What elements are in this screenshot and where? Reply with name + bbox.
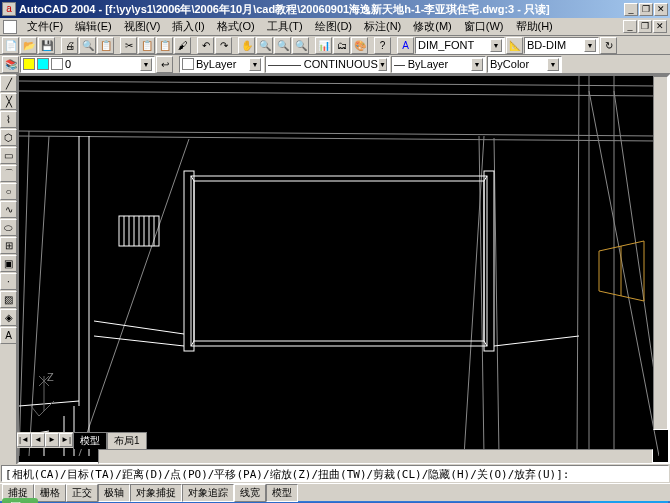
layer-props-button[interactable]: 📚 [2, 56, 19, 73]
layer-freeze-icon [37, 58, 49, 70]
svg-line-0 [19, 131, 659, 136]
svg-line-25 [494, 336, 579, 346]
save-button[interactable]: 💾 [38, 37, 55, 54]
menu-insert[interactable]: 插入(I) [166, 18, 210, 35]
close-button[interactable]: ✕ [654, 3, 668, 16]
text-tool[interactable]: A [0, 327, 17, 344]
layer-dropdown[interactable]: 0▼ [20, 56, 155, 73]
pan-button[interactable]: ✋ [238, 37, 255, 54]
svg-line-11 [19, 81, 659, 86]
svg-rect-21 [184, 171, 194, 351]
block-tool[interactable]: ▣ [0, 255, 17, 272]
insert-tool[interactable]: ⊞ [0, 237, 17, 254]
color-dropdown[interactable]: ByLayer▼ [179, 56, 264, 73]
menu-help[interactable]: 帮助(H) [510, 18, 559, 35]
horizontal-scrollbar[interactable] [98, 449, 653, 464]
layer-light-icon [23, 58, 35, 70]
circle-tool[interactable]: ○ [0, 183, 17, 200]
rect-tool[interactable]: ▭ [0, 147, 17, 164]
osnap-toggle[interactable]: 对象捕捉 [130, 484, 182, 502]
point-tool[interactable]: · [0, 273, 17, 290]
layer-lock-icon [51, 58, 63, 70]
polar-toggle[interactable]: 极轴 [98, 484, 130, 502]
publish-button[interactable]: 📋 [97, 37, 114, 54]
line-tool[interactable]: ╱ [0, 75, 17, 92]
plotstyle-dropdown[interactable]: ByColor▼ [487, 56, 562, 73]
vertical-scrollbar[interactable] [653, 76, 668, 430]
menu-draw[interactable]: 绘图(D) [309, 18, 358, 35]
tab-model[interactable]: 模型 [73, 432, 107, 449]
svg-line-24 [94, 321, 184, 334]
wireframe-drawing: Z [19, 76, 659, 456]
menu-format[interactable]: 格式(O) [211, 18, 261, 35]
model-toggle[interactable]: 模型 [266, 484, 298, 502]
svg-rect-22 [484, 171, 494, 351]
tab-layout1[interactable]: 布局1 [107, 432, 147, 449]
ellipse-tool[interactable]: ⬭ [0, 219, 17, 236]
ortho-toggle[interactable]: 正交 [66, 484, 98, 502]
svg-line-10 [494, 138, 499, 456]
undo-button[interactable]: ↶ [197, 37, 214, 54]
hatch-tool[interactable]: ▨ [0, 291, 17, 308]
region-tool[interactable]: ◈ [0, 309, 17, 326]
zoom-prev-button[interactable]: 🔍 [292, 37, 309, 54]
textstyle-dropdown[interactable]: DIM_FONT▼ [415, 37, 505, 54]
menu-modify[interactable]: 修改(M) [407, 18, 458, 35]
help-button[interactable]: ? [374, 37, 391, 54]
zoom-window-button[interactable]: 🔍 [274, 37, 291, 54]
menu-tools[interactable]: 工具(T) [261, 18, 309, 35]
copy-button[interactable]: 📋 [138, 37, 155, 54]
toolpal-button[interactable]: 🎨 [351, 37, 368, 54]
doc-restore-button[interactable]: ❐ [638, 20, 652, 33]
paste-button[interactable]: 📋 [156, 37, 173, 54]
xline-tool[interactable]: ╳ [0, 93, 17, 110]
tab-first-button[interactable]: |◄ [17, 433, 31, 447]
status-bar: 捕捉 栅格 正交 极轴 对象捕捉 对象追踪 线宽 模型 [0, 483, 670, 501]
doc-close-button[interactable]: ✕ [653, 20, 667, 33]
preview-button[interactable]: 🔍 [79, 37, 96, 54]
tab-last-button[interactable]: ►| [59, 433, 73, 447]
menu-dimension[interactable]: 标注(N) [358, 18, 407, 35]
svg-line-29 [19, 401, 79, 406]
print-button[interactable]: 🖨 [61, 37, 78, 54]
dimstyle-dropdown[interactable]: BD-DIM▼ [524, 37, 599, 54]
command-line[interactable]: [相机(CA)/目标(TA)/距离(D)/点(PO)/平移(PA)/缩放(Z)/… [1, 465, 669, 482]
svg-rect-16 [191, 176, 487, 346]
open-button[interactable]: 📂 [20, 37, 37, 54]
redo-button[interactable]: ↷ [215, 37, 232, 54]
menu-file[interactable]: 文件(F) [21, 18, 69, 35]
text-button[interactable]: A [397, 37, 414, 54]
arc-tool[interactable]: ⌒ [0, 165, 17, 182]
tab-prev-button[interactable]: ◄ [31, 433, 45, 447]
maximize-button[interactable]: ❐ [639, 3, 653, 16]
dim-update-button[interactable]: ↻ [600, 37, 617, 54]
new-button[interactable]: 📄 [2, 37, 19, 54]
ucs-z-label: Z [47, 371, 54, 383]
svg-line-2 [19, 131, 29, 456]
properties-button[interactable]: 📊 [315, 37, 332, 54]
tab-next-button[interactable]: ► [45, 433, 59, 447]
dim-button[interactable]: 📐 [506, 37, 523, 54]
svg-line-8 [577, 76, 579, 456]
layer-prev-button[interactable]: ↩ [156, 56, 173, 73]
standard-toolbar: 📄 📂 💾 🖨 🔍 📋 ✂ 📋 📋 🖌 ↶ ↷ ✋ 🔍 🔍 🔍 📊 🗂 🎨 ? … [0, 36, 670, 55]
doc-minimize-button[interactable]: _ [623, 20, 637, 33]
otrack-toggle[interactable]: 对象追踪 [182, 484, 234, 502]
pline-tool[interactable]: ⌇ [0, 111, 17, 128]
grid-toggle[interactable]: 栅格 [34, 484, 66, 502]
menu-window[interactable]: 窗口(W) [458, 18, 510, 35]
start-button[interactable]: 开始 [2, 498, 38, 504]
linetype-dropdown[interactable]: ——— CONTINUOUS▼ [265, 56, 390, 73]
zoom-button[interactable]: 🔍 [256, 37, 273, 54]
cut-button[interactable]: ✂ [120, 37, 137, 54]
minimize-button[interactable]: _ [624, 3, 638, 16]
viewport[interactable]: Z [17, 74, 670, 464]
polygon-tool[interactable]: ⬡ [0, 129, 17, 146]
spline-tool[interactable]: ∿ [0, 201, 17, 218]
lineweight-dropdown[interactable]: — ByLayer▼ [391, 56, 486, 73]
dcenter-button[interactable]: 🗂 [333, 37, 350, 54]
menu-view[interactable]: 视图(V) [118, 18, 167, 35]
menu-edit[interactable]: 编辑(E) [69, 18, 118, 35]
lwt-toggle[interactable]: 线宽 [234, 484, 266, 502]
match-button[interactable]: 🖌 [174, 37, 191, 54]
